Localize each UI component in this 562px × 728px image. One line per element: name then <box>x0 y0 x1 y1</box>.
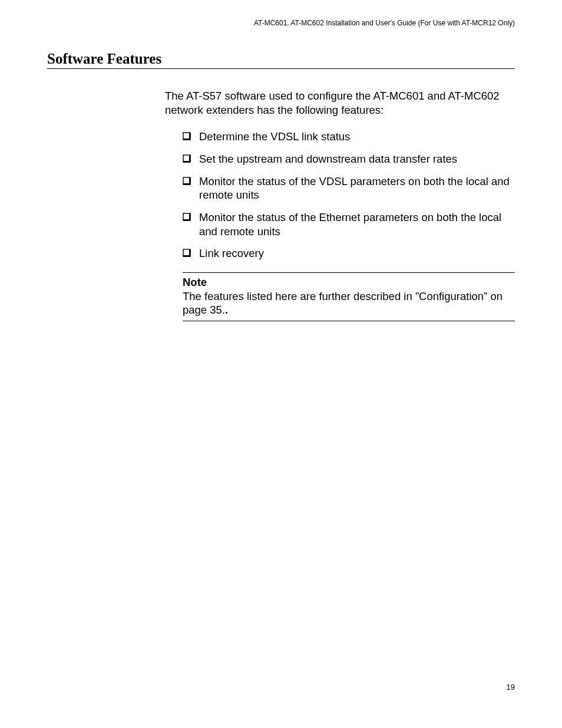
note-box: Note The features listed here are furthe… <box>183 272 515 321</box>
list-item-text: Determine the VDSL link status <box>199 130 350 144</box>
list-item-text: Set the upstream and downstream data tra… <box>199 152 457 166</box>
note-text: The features listed here are further des… <box>183 289 515 317</box>
note-label: Note <box>183 275 515 289</box>
list-item: Determine the VDSL link status <box>165 130 515 144</box>
svg-rect-2 <box>189 133 191 140</box>
list-item: Monitor the status of the VDSL parameter… <box>165 174 515 202</box>
section-title: Software Features <box>47 51 515 69</box>
checkbox-icon <box>183 177 191 185</box>
running-header: AT-MC601, AT-MC602 Installation and User… <box>47 19 515 27</box>
list-item-text: Monitor the status of the Ethernet param… <box>199 210 515 238</box>
svg-rect-5 <box>189 155 191 162</box>
page-number: 19 <box>507 683 515 691</box>
checkbox-icon <box>183 213 191 221</box>
checkbox-icon <box>183 132 191 140</box>
svg-rect-11 <box>189 213 191 220</box>
svg-rect-14 <box>189 249 191 256</box>
feature-list: Determine the VDSL link status Set the u… <box>165 130 515 261</box>
checkbox-icon <box>183 249 191 257</box>
checkbox-icon <box>183 154 191 163</box>
list-item: Set the upstream and downstream data tra… <box>165 152 515 166</box>
list-item-text: Link recovery <box>199 246 264 261</box>
svg-rect-8 <box>189 177 191 185</box>
list-item: Link recovery <box>165 246 515 261</box>
intro-paragraph: The AT-S57 software used to configure th… <box>165 89 515 117</box>
list-item: Monitor the status of the Ethernet param… <box>165 210 515 238</box>
list-item-text: Monitor the status of the VDSL parameter… <box>199 174 515 202</box>
